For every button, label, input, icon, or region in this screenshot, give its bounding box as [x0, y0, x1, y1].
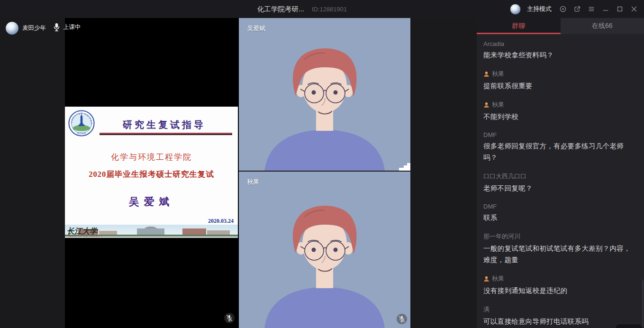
chat-sender-name: 口口大西几口口 — [483, 172, 526, 181]
screen-share-stage[interactable]: YANGTZE UNIVERSITY 长江大学 研究生复试指导 化学与环境工程学… — [65, 18, 239, 328]
host-avatar[interactable] — [510, 4, 521, 15]
svg-text:长江大学: 长江大学 — [67, 227, 98, 235]
close-icon[interactable] — [630, 5, 638, 13]
class-status-label: 上课中 — [63, 23, 81, 31]
chat-sender-name: 秋果 — [492, 274, 504, 283]
titlebar: 化工学院考研... ID:12881901 主持模式 — [0, 0, 644, 18]
presenter-chip: 麦田少年 — [6, 22, 46, 35]
chat-panel: 群聊 在线66 Arcadia 能来学校拿些资料吗？ 秋果 提前联系很重要 — [477, 18, 644, 328]
chat-sender-name: DMF — [483, 203, 497, 210]
audio-level-steps-icon — [399, 163, 410, 171]
maximize-icon[interactable] — [616, 5, 624, 13]
window-title: 化工学院考研... — [257, 5, 304, 14]
class-status-chip: 上课中 — [54, 23, 81, 32]
chat-message: 那一年的河川 一般的复试笔试和初试笔试有多大差别？内容，难度，题量 — [483, 232, 635, 265]
tab-online-members[interactable]: 在线66 — [561, 18, 644, 34]
svg-text:长江大学: 长江大学 — [77, 132, 86, 135]
mic-icon[interactable] — [54, 23, 60, 32]
chat-sender-name: 那一年的河川 — [483, 232, 520, 241]
chat-sender-name: 漓 — [483, 305, 490, 314]
minimize-icon[interactable] — [601, 5, 609, 13]
host-mode-label[interactable]: 主持模式 — [527, 5, 552, 13]
person-badge-icon — [483, 276, 490, 282]
participant-avatar-illustration — [239, 18, 410, 171]
chat-message: DMF 很多老师回复很官方，有必要多练习几个老师吗？ — [483, 131, 635, 163]
svg-text:YANGTZE UNIVERSITY: YANGTZE UNIVERSITY — [68, 235, 103, 237]
settings-icon[interactable] — [559, 5, 567, 13]
chat-sender-name: Arcadia — [483, 40, 504, 47]
slide-title-underline — [100, 133, 232, 134]
mic-muted-icon[interactable] — [224, 312, 235, 324]
person-badge-icon — [483, 71, 490, 77]
chat-message: Arcadia 能来学校拿些资料吗？ — [483, 40, 635, 61]
scroll-to-bottom-button[interactable] — [615, 324, 643, 328]
chat-message: 口口大西几口口 老师不回复呢？ — [483, 172, 635, 194]
chat-scrollbar[interactable] — [642, 280, 644, 327]
slide-department: 化学与环境工程学院 — [65, 152, 238, 163]
chat-sender-name: DMF — [483, 131, 497, 138]
chat-message-text: 很多老师回复很官方，有必要多练习几个老师吗？ — [483, 140, 635, 163]
chat-message: 秋果 不能到学校 — [483, 100, 635, 122]
chat-message-text: 一般的复试笔试和初试笔试有多大差别？内容，难度，题量 — [483, 243, 635, 265]
mic-muted-icon[interactable] — [396, 313, 408, 325]
titlebar-controls: 主持模式 — [510, 0, 644, 18]
university-logo: YANGTZE UNIVERSITY 长江大学 — [68, 110, 95, 137]
chat-sender-name: 秋果 — [492, 70, 504, 78]
video-feeds-column: 吴爱斌 — [239, 18, 410, 328]
chat-tab-bar: 群聊 在线66 — [477, 18, 644, 34]
app-window: 化工学院考研... ID:12881901 主持模式 — [0, 0, 644, 328]
main-area: 麦田少年 上课中 — [0, 18, 644, 328]
chat-message: 漓 可以直接给意向导师打电话联系吗 — [483, 305, 635, 327]
chat-message-text: 老师不回复呢？ — [483, 182, 635, 194]
person-badge-icon — [483, 102, 490, 108]
slide-date: 2020.03.24 — [208, 218, 234, 225]
chat-message-text: 能来学校拿些资料吗？ — [483, 49, 635, 61]
presentation-slide: YANGTZE UNIVERSITY 长江大学 研究生复试指导 化学与环境工程学… — [65, 107, 238, 238]
participant-name: 吴爱斌 — [247, 24, 265, 33]
slide-title: 研究生复试指导 — [94, 118, 234, 131]
participant-name: 秋果 — [247, 178, 259, 186]
chat-message: 秋果 提前联系很重要 — [483, 70, 635, 91]
chat-message-text: 不能到学校 — [483, 111, 635, 122]
chat-message-text: 联系 — [483, 212, 635, 223]
chat-message-text: 没有接到通知返校是违纪的 — [483, 285, 635, 296]
presenter-avatar — [6, 22, 18, 35]
slide-speaker-name: 吴爱斌 — [65, 195, 238, 209]
participant-avatar-illustration — [239, 172, 410, 328]
chat-message-text: 可以直接给意向导师打电话联系吗 — [483, 316, 635, 327]
presenter-name: 麦田少年 — [22, 24, 46, 32]
chat-message: 秋果 没有接到通知返校是违纪的 — [483, 274, 635, 296]
chat-sender-name: 秋果 — [492, 100, 504, 109]
chat-message-list[interactable]: Arcadia 能来学校拿些资料吗？ 秋果 提前联系很重要 秋果 — [477, 34, 644, 328]
titlebar-title-group: 化工学院考研... ID:12881901 — [257, 0, 347, 18]
campus-photo-strip: 长江大学 YANGTZE UNIVERSITY — [65, 225, 238, 238]
chat-message: DMF 联系 — [483, 203, 635, 223]
popout-icon[interactable] — [573, 5, 581, 13]
chat-message-text: 提前联系很重要 — [483, 80, 635, 91]
video-feed-2[interactable]: 秋果 — [239, 172, 410, 328]
tab-group-chat[interactable]: 群聊 — [477, 18, 561, 34]
meeting-id: ID:12881901 — [312, 6, 347, 13]
video-feed-1[interactable]: 吴爱斌 — [239, 18, 410, 171]
menu-icon[interactable] — [587, 5, 595, 13]
slide-subtitle: 2020届毕业生报考硕士研究生复试 — [65, 169, 238, 180]
